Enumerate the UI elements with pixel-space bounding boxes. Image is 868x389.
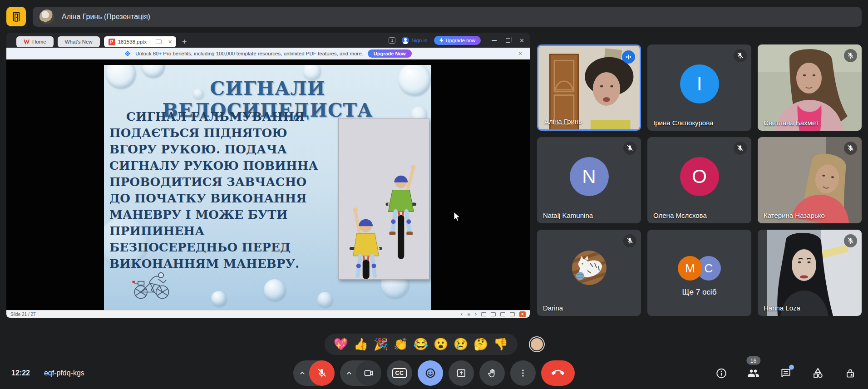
tab-close-icon[interactable]: ✕ xyxy=(168,39,172,45)
reaction-party-button[interactable]: 🎉 xyxy=(372,338,390,350)
participant-tile-hanna[interactable]: Hanna Loza xyxy=(758,230,862,316)
slideshow-play-button[interactable] xyxy=(519,311,526,317)
sign-in-button[interactable]: Sign in xyxy=(402,37,427,44)
present-screen-button[interactable] xyxy=(449,360,474,386)
bubble-decoration xyxy=(264,279,286,301)
reaction-thinking-button[interactable]: 🤔 xyxy=(472,338,490,350)
captions-icon: CC xyxy=(392,368,406,378)
mic-off-icon xyxy=(734,49,747,62)
camera-icon xyxy=(363,368,374,379)
wps-tab-home[interactable]: Home xyxy=(16,36,54,47)
reaction-laugh-button[interactable]: 😂 xyxy=(412,338,430,350)
chat-notification-dot xyxy=(789,365,794,370)
participant-tile-olena[interactable]: О Олена Мєлєхова xyxy=(647,137,751,223)
participant-tile-natalj[interactable]: N Natalj Kamunina xyxy=(537,137,641,223)
window-minimize-icon[interactable] xyxy=(492,40,497,41)
mic-options-chevron-icon[interactable] xyxy=(296,369,309,378)
activities-button[interactable] xyxy=(812,367,824,379)
people-icon xyxy=(747,367,760,379)
cyclists-image xyxy=(338,118,429,280)
wps-tab-presentation[interactable]: P 181538.pptx ✕ xyxy=(104,36,177,47)
slide-counter: Slide 21 / 27 xyxy=(10,312,36,317)
raise-hand-button[interactable] xyxy=(479,360,505,386)
shapes-icon xyxy=(812,367,824,379)
lock-person-icon xyxy=(844,367,856,379)
outline-view-icon[interactable] xyxy=(491,312,496,316)
calendar-icon[interactable]: 1 xyxy=(389,37,395,44)
meeting-code: eqf-pfdq-kgs xyxy=(44,369,84,377)
mic-off-icon xyxy=(734,142,747,155)
chat-button[interactable] xyxy=(779,367,792,379)
skin-tone-selector[interactable] xyxy=(530,337,544,351)
normal-view-icon[interactable] xyxy=(481,312,486,316)
meet-app-logo[interactable] xyxy=(6,7,26,26)
participant-tile-darina[interactable]: Darina xyxy=(537,230,641,316)
door-icon xyxy=(10,11,22,23)
camera-control-group xyxy=(340,360,381,386)
participants-button[interactable]: 16 xyxy=(747,367,760,379)
reaction-cry-button[interactable]: 😢 xyxy=(452,338,470,350)
meeting-details-button[interactable] xyxy=(715,367,727,379)
wps-tab-whats-new[interactable]: What's New xyxy=(58,36,100,47)
tab-label: What's New xyxy=(65,39,93,44)
reaction-thumbs-up-button[interactable]: 👍 xyxy=(352,338,370,350)
participant-tile-iryna[interactable]: І Ірина Слєпокурова xyxy=(647,44,751,131)
new-tab-button[interactable]: + xyxy=(182,37,187,46)
more-options-button[interactable] xyxy=(510,360,536,386)
pptx-file-icon: P xyxy=(108,39,115,45)
mic-control-group xyxy=(293,360,335,386)
window-restore-icon[interactable] xyxy=(506,38,510,43)
bubble-decoration xyxy=(211,291,227,306)
initial-letter: C xyxy=(705,261,713,276)
smiley-icon xyxy=(424,367,436,379)
wps-tab-bar: Home What's New P 181538.pptx ✕ + 1 Sign… xyxy=(6,33,530,48)
presentation-play-area: СИГНАЛИ ВЕЛОСИПЕДИСТА СИГНАЛ ГАЛЬМУВАННЯ… xyxy=(6,59,530,310)
upgrade-now-button[interactable]: Upgrade now xyxy=(434,36,481,45)
cyclist-sketch-icon xyxy=(129,270,177,300)
participant-grid: Аліна Гринь І Ірина Слєпокурова Светлана… xyxy=(537,44,862,316)
camera-button[interactable] xyxy=(356,360,381,386)
shared-screen-wps-window: Home What's New P 181538.pptx ✕ + 1 Sign… xyxy=(6,33,530,318)
participant-name: Hanna Loza xyxy=(764,304,800,312)
reaction-heart-button[interactable]: 💖 xyxy=(332,338,350,350)
info-icon xyxy=(715,367,727,379)
camera-options-chevron-icon[interactable] xyxy=(342,369,356,378)
meet-control-bar: 12:22 eqf-pfdq-kgs CC xyxy=(0,357,868,389)
overflow-initial-avatar: M xyxy=(678,256,702,281)
mic-mute-button[interactable] xyxy=(309,360,335,386)
lightning-icon xyxy=(439,38,444,43)
single-slide-view-icon[interactable] xyxy=(500,312,505,316)
window-close-icon[interactable]: ✕ xyxy=(519,37,524,44)
clock-time: 12:22 xyxy=(11,369,30,377)
pro-upgrade-banner: Unlock 80+ Pro benefits, including 100,0… xyxy=(6,48,530,59)
participant-name: Ірина Слєпокурова xyxy=(653,119,713,127)
prev-slide-icon[interactable]: ‹ xyxy=(461,311,463,317)
slide-list-icon[interactable]: ≡ xyxy=(467,311,470,317)
next-slide-icon[interactable]: › xyxy=(475,311,477,317)
captions-button[interactable]: CC xyxy=(387,360,412,386)
participant-tile-svetlana[interactable]: Светлана Бахмет xyxy=(758,44,862,131)
reaction-clap-button[interactable]: 👏 xyxy=(392,338,410,350)
play-view-icon[interactable] xyxy=(156,39,162,44)
presenter-avatar xyxy=(39,10,54,24)
reactions-toggle-button[interactable] xyxy=(418,360,443,386)
initial-letter: N xyxy=(582,166,596,187)
participant-tile-overflow[interactable]: M C Ще 7 осіб xyxy=(647,230,751,316)
participant-initial-avatar: N xyxy=(570,157,609,196)
host-controls-button[interactable] xyxy=(844,367,856,379)
initial-letter: І xyxy=(697,73,702,95)
banner-upgrade-button[interactable]: Upgrade Now xyxy=(368,49,412,58)
leave-call-button[interactable] xyxy=(541,360,575,386)
participant-tile-kateryna[interactable]: Катерина Назарько xyxy=(758,137,862,223)
participant-tile-alina[interactable]: Аліна Гринь xyxy=(537,44,641,131)
reaction-thumbs-down-button[interactable]: 👎 xyxy=(492,338,510,350)
reading-view-icon[interactable] xyxy=(510,312,515,316)
reaction-surprised-button[interactable]: 😮 xyxy=(432,338,450,350)
cyclists-illustration xyxy=(339,118,429,279)
initial-letter: M xyxy=(685,261,695,276)
banner-close-icon[interactable]: ✕ xyxy=(518,50,523,57)
participant-photo-avatar xyxy=(572,251,607,285)
tab-label: Home xyxy=(32,39,46,44)
slide-body-text: СИГНАЛ ГАЛЬМУВАННЯ ПОДАЄТЬСЯ ПІДНЯТОЮ ВГ… xyxy=(109,108,340,272)
mic-off-icon xyxy=(844,49,857,62)
